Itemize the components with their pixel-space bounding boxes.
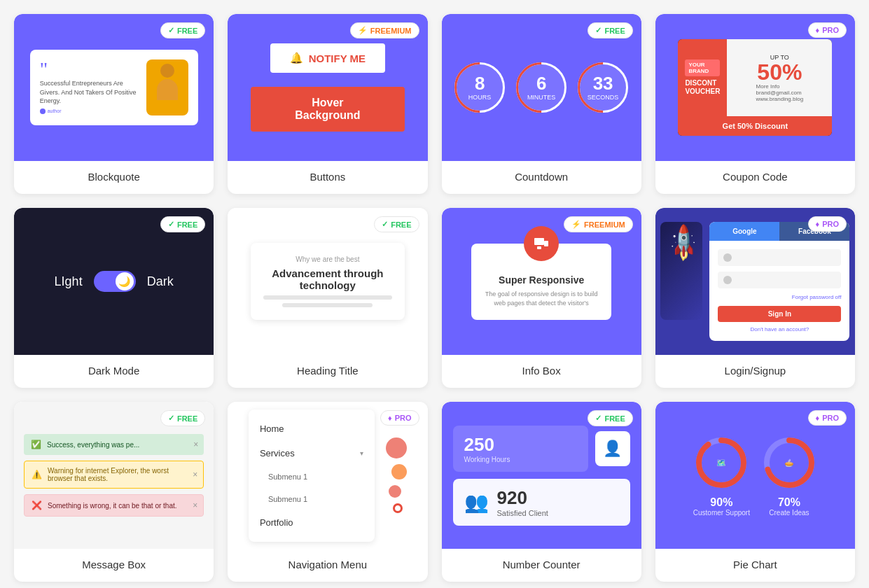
countdown-seconds: 33 Seconds <box>578 62 628 113</box>
msg-success: ✅ Success, everything was pe... × <box>24 434 204 455</box>
card-dark-mode[interactable]: FREE LIght 🌙 Dark Dark Mode <box>14 208 214 388</box>
heading-sub: Why we are the best <box>263 255 392 263</box>
coupon-preview: PRO YOUR BRAND DISCONT VOUCHER UP TO 50%… <box>655 14 855 161</box>
info-card: Super Responsive The goal of responsive … <box>471 244 611 320</box>
msg-success-close[interactable]: × <box>193 440 198 449</box>
card-buttons[interactable]: FREEMIUM 🔔 NOTIFY ME Hover Background Bu… <box>228 14 427 194</box>
login-body: Forgot password off Sign In Don't have a… <box>709 241 849 341</box>
badge-coupon: PRO <box>808 22 847 38</box>
pie-create-ideas: 🥧 70% Create Ideas <box>761 435 817 517</box>
heading-line2 <box>282 303 373 307</box>
nav-item-portfolio[interactable]: Portfolio <box>249 510 375 535</box>
counter-working-hours: 250 Working Hours <box>453 426 588 472</box>
infobox-preview: FREEMIUM Super Responsive The goal of re… <box>442 208 641 355</box>
pie1-pct: 90% <box>693 496 750 509</box>
coupon-info: More Infobrand@gmail.comwww.branding.blo… <box>756 83 804 102</box>
user-icon <box>723 253 732 262</box>
card-label-darkmode: Dark Mode <box>14 355 214 388</box>
toggle-thumb: 🌙 <box>116 272 134 290</box>
coupon-title: DISCONT VOUCHER <box>685 79 720 96</box>
login-form-card: Google Facebook Forgot password off Sign… <box>709 222 849 341</box>
client-label: Satisfied Client <box>497 509 619 517</box>
info-icon-wrap <box>524 226 559 261</box>
countdown-minutes: 6 MINUTES <box>516 62 566 113</box>
quote-text: Successful Entrepreneurs Are Givers. And… <box>40 79 138 106</box>
msg-warning-close[interactable]: × <box>193 470 197 479</box>
pie2-icon: 🥧 <box>784 458 794 467</box>
login-button[interactable]: Sign In <box>718 306 841 322</box>
card-nav-menu[interactable]: PRO Home Services ▾ Submenu 1 Submenu 1 … <box>228 402 427 582</box>
coupon-btn[interactable]: Get 50% Discount <box>678 116 832 136</box>
blockquote-card: " Successful Entrepreneurs Are Givers. A… <box>30 50 198 125</box>
msg-warning-text: Warning for internet Explorer, the worst… <box>48 467 182 482</box>
msg-danger-close[interactable]: × <box>193 500 197 510</box>
login-password-field[interactable] <box>718 272 841 288</box>
card-label-piechart: Pie Chart <box>655 549 855 582</box>
card-message-box[interactable]: FREE ✅ Success, everything was pe... × ⚠… <box>14 402 214 582</box>
card-label-coupon: Coupon Code <box>655 161 855 194</box>
services-arrow: ▾ <box>360 449 363 457</box>
badge-counter: FREE <box>588 410 632 426</box>
nav-subitem-1[interactable]: Submenu 1 <box>249 465 375 488</box>
info-text: The goal of responsive design is to buil… <box>482 290 600 309</box>
card-blockquote[interactable]: FREE " Successful Entrepreneurs Are Give… <box>14 14 214 194</box>
login-bg-decor: 🚀 <box>660 222 702 320</box>
nav-subitem-2[interactable]: Submenu 1 <box>249 488 375 510</box>
card-label-blockquote: Blockquote <box>14 161 214 194</box>
rocket-icon: 🚀 <box>662 222 702 265</box>
pie2-name: Create Ideas <box>769 509 809 517</box>
coupon-brand: YOUR BRAND <box>685 59 720 76</box>
countdown-hours: 8 Hours <box>454 62 505 113</box>
light-label: LIght <box>55 274 83 289</box>
msgbox-preview: FREE ✅ Success, everything was pe... × ⚠… <box>14 402 214 549</box>
badge-darkmode: FREE <box>160 216 205 232</box>
dark-label: Dark <box>147 274 174 289</box>
create-account[interactable]: Don't have an account? <box>718 326 841 332</box>
card-login-signup[interactable]: PRO 🚀 Google Facebook <box>655 208 855 388</box>
msg-danger: ❌ Something is wrong, it can be that or … <box>24 494 204 517</box>
decor-dot-2 <box>391 464 407 479</box>
dark-mode-toggle[interactable]: 🌙 <box>94 271 136 292</box>
darkmode-preview: FREE LIght 🌙 Dark <box>14 208 214 355</box>
heading-main: Advancement through technology <box>263 267 392 291</box>
login-username-field[interactable] <box>718 249 841 266</box>
responsive-icon <box>533 235 550 252</box>
blockquote-preview: FREE " Successful Entrepreneurs Are Give… <box>14 14 214 161</box>
card-number-counter[interactable]: FREE 250 Working Hours 👤 👥 920 Satisfied… <box>442 402 641 582</box>
person-figure <box>146 59 188 115</box>
counter-icon-wrap: 👤 <box>595 431 630 466</box>
danger-icon: ❌ <box>32 500 42 510</box>
working-hours-label: Working Hours <box>464 456 577 463</box>
nav-item-home[interactable]: Home <box>249 416 375 441</box>
nav-item-services[interactable]: Services ▾ <box>249 441 375 465</box>
notify-button[interactable]: 🔔 NOTIFY ME <box>270 43 385 73</box>
msg-danger-text: Something is wrong, it can be that or th… <box>48 502 177 510</box>
lock-icon <box>723 276 732 284</box>
decor-dot-1 <box>386 438 407 458</box>
card-countdown[interactable]: FREE 8 Hours 6 MINUTES 33 Seconds C <box>442 14 641 194</box>
heading-card: Why we are the best Advancement through … <box>251 243 405 320</box>
pie-customer-support: 🗺️ 90% Customer Support <box>693 435 750 517</box>
card-info-box[interactable]: FREEMIUM Super Responsive The goal of re… <box>442 208 641 388</box>
card-coupon-code[interactable]: PRO YOUR BRAND DISCONT VOUCHER UP TO 50%… <box>655 14 855 194</box>
forgot-password[interactable]: Forgot password off <box>718 294 841 300</box>
heading-line1 <box>263 295 392 300</box>
svg-rect-1 <box>544 241 548 246</box>
tab-google[interactable]: Google <box>709 222 779 241</box>
card-heading-title[interactable]: FREE Why we are the best Advancement thr… <box>228 208 427 388</box>
card-label-infobox: Info Box <box>442 355 641 388</box>
badge-countdown: FREE <box>588 22 632 38</box>
buttons-preview: FREEMIUM 🔔 NOTIFY ME Hover Background <box>228 14 427 161</box>
hover-button[interactable]: Hover Background <box>251 87 405 132</box>
client-num: 920 <box>497 487 619 509</box>
counter-preview: FREE 250 Working Hours 👤 👥 920 Satisfied… <box>442 402 641 549</box>
card-label-login: Login/Signup <box>655 355 855 388</box>
nav-menu-card: Home Services ▾ Submenu 1 Submenu 1 Port… <box>249 410 375 542</box>
svg-rect-0 <box>534 238 544 245</box>
countdown-preview: FREE 8 Hours 6 MINUTES 33 Seconds <box>442 14 641 161</box>
navmenu-preview: PRO Home Services ▾ Submenu 1 Submenu 1 … <box>228 402 427 549</box>
card-pie-chart[interactable]: PRO 🗺️ 90% Customer Support <box>655 402 855 582</box>
heading-preview: FREE Why we are the best Advancement thr… <box>228 208 427 355</box>
client-text: 920 Satisfied Client <box>497 487 619 517</box>
quote-mark: " <box>40 59 138 79</box>
